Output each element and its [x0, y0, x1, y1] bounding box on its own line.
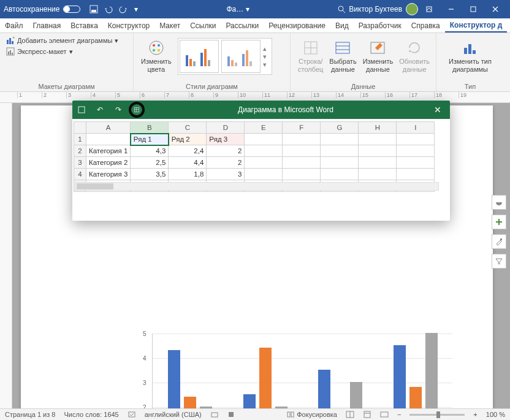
col-header[interactable]: G [321, 122, 359, 134]
cell[interactable] [321, 145, 359, 157]
chart-filter-icon[interactable] [492, 254, 506, 269]
edit-data-button[interactable]: Изменить данные [360, 36, 396, 77]
row-header[interactable]: 3 [74, 157, 86, 169]
menu-mailings[interactable]: Рассылки [221, 18, 264, 32]
cell[interactable] [283, 157, 321, 169]
row-header[interactable]: 2 [74, 145, 86, 157]
status-spellcheck-icon[interactable] [128, 410, 136, 419]
chart-style-gallery[interactable]: ▴ ▾ ▾ [178, 38, 272, 75]
chart-bar[interactable] [318, 370, 330, 408]
cell[interactable]: 3 [207, 169, 245, 180]
zoom-out-button[interactable]: − [397, 411, 401, 418]
redo-icon[interactable] [118, 4, 128, 14]
zoom-slider[interactable] [409, 414, 465, 416]
chart-bar[interactable] [259, 348, 272, 408]
col-header[interactable]: A [86, 122, 131, 134]
cell[interactable]: Ряд 3 [207, 134, 245, 145]
cell[interactable]: 3,5 [131, 169, 169, 180]
account-button[interactable]: Виктор Бухтеев [349, 3, 418, 15]
vertical-ruler[interactable] [0, 103, 12, 408]
col-header[interactable]: E [245, 122, 283, 134]
change-colors-button[interactable]: Изменить цвета [139, 38, 174, 74]
chart-plot-area[interactable]: 12345 [152, 334, 452, 408]
cell[interactable] [359, 145, 397, 157]
ribbon-options-icon[interactable] [418, 0, 440, 18]
col-header[interactable]: F [283, 122, 321, 134]
chart-style-thumb[interactable] [180, 40, 219, 73]
minimize-button[interactable] [440, 0, 462, 18]
cell[interactable] [397, 157, 435, 169]
chart-layout-options-icon[interactable] [492, 195, 506, 210]
refresh-data-button[interactable]: Обновить данные [397, 36, 432, 77]
col-header[interactable]: D [207, 122, 245, 134]
row-header[interactable]: 1 [74, 134, 86, 145]
cell[interactable] [86, 134, 131, 145]
save-icon[interactable] [89, 4, 99, 14]
switch-row-col-button[interactable]: Строка/ столбец [295, 36, 325, 77]
cell[interactable] [359, 169, 397, 180]
excel-undo-icon[interactable]: ↶ [94, 104, 105, 115]
cell[interactable]: Категория 3 [86, 169, 131, 180]
status-macro-icon[interactable] [227, 411, 235, 418]
cell[interactable] [321, 169, 359, 180]
add-chart-element-button[interactable]: + Добавить элемент диаграммы ▾ [5, 36, 128, 45]
search-icon[interactable] [337, 4, 346, 14]
cell[interactable] [359, 157, 397, 169]
chart-bar[interactable] [168, 350, 180, 408]
menu-developer[interactable]: Разработчик [354, 18, 406, 32]
excel-redo-icon[interactable]: ↷ [113, 104, 124, 115]
menu-home[interactable]: Главная [28, 18, 66, 32]
cell[interactable]: Ряд 1 [131, 134, 169, 145]
cell[interactable] [359, 134, 397, 145]
cell[interactable] [245, 157, 283, 169]
menu-review[interactable]: Рецензирование [264, 18, 330, 32]
zoom-level[interactable]: 100 % [486, 411, 505, 418]
change-chart-type-button[interactable]: Изменить тип диаграммы [441, 36, 499, 77]
maximize-button[interactable] [462, 0, 484, 18]
menu-help[interactable]: Справка [406, 18, 445, 32]
view-print-icon[interactable] [363, 411, 371, 418]
col-header[interactable]: B [131, 122, 169, 134]
zoom-in-button[interactable]: + [473, 411, 477, 418]
chart-data-editor-close-button[interactable]: ✕ [425, 105, 450, 115]
select-all-cell[interactable] [74, 122, 86, 134]
status-accessibility-icon[interactable] [210, 410, 219, 419]
cell[interactable]: 2,5 [131, 157, 169, 169]
cell[interactable] [245, 134, 283, 145]
cell[interactable] [321, 134, 359, 145]
menu-insert[interactable]: Вставка [66, 18, 103, 32]
cell[interactable] [397, 169, 435, 180]
chart-bar[interactable] [184, 397, 196, 408]
menu-references[interactable]: Ссылки [185, 18, 221, 32]
cell[interactable]: Ряд 2 [169, 134, 207, 145]
quick-layout-button[interactable]: Экспресс-макет ▾ [5, 47, 128, 56]
chart-object[interactable]: 12345 Категория 1Категория 2Категория 3К… [134, 330, 460, 408]
cell[interactable]: Категория 2 [86, 157, 131, 169]
view-web-icon[interactable] [380, 411, 389, 418]
chart-bar[interactable] [350, 382, 362, 408]
chart-elements-plus-icon[interactable] [492, 215, 506, 229]
excel-edit-in-external-button[interactable] [131, 104, 142, 115]
chart-bar[interactable] [425, 333, 438, 408]
excel-save-icon[interactable] [76, 104, 87, 115]
col-header[interactable]: H [359, 122, 397, 134]
status-page[interactable]: Страница 1 из 8 [5, 411, 55, 418]
status-word-count[interactable]: Число слов: 1645 [64, 411, 118, 418]
chart-bar[interactable] [409, 387, 422, 408]
chart-bar[interactable] [243, 394, 256, 408]
cell[interactable] [283, 134, 321, 145]
cell[interactable] [321, 157, 359, 169]
undo-icon[interactable] [104, 4, 113, 14]
spreadsheet[interactable]: ABCDEFGHI1Ряд 1Ряд 2Ряд 32Категория 14,3… [72, 119, 450, 192]
cell[interactable] [245, 145, 283, 157]
spreadsheet-h-scrollbar[interactable] [75, 182, 439, 191]
chart-style-thumb[interactable] [221, 40, 261, 73]
cell[interactable]: 2 [207, 145, 245, 157]
cell[interactable]: Категория 1 [86, 145, 131, 157]
close-button[interactable] [484, 0, 506, 18]
cell[interactable] [283, 169, 321, 180]
menu-chart-design[interactable]: Конструктор д [445, 18, 508, 32]
cell[interactable]: 4,4 [169, 157, 207, 169]
cell[interactable] [283, 145, 321, 157]
status-language[interactable]: английский (США) [145, 411, 202, 418]
